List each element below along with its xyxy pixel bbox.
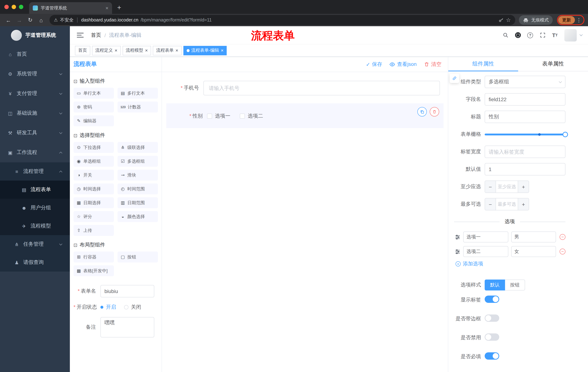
address-bar[interactable]: ⚠ 不安全 dashboard.yudao.iocoder.cn/bpm/man…: [50, 15, 515, 25]
browser-update-button[interactable]: 更新: [558, 16, 575, 24]
hamburger-icon[interactable]: [76, 31, 84, 40]
browser-menu-icon[interactable]: ⋮: [576, 17, 583, 23]
status-on-radio[interactable]: 开启: [100, 304, 116, 310]
tag-2[interactable]: 流程模型×: [122, 46, 151, 55]
plus-button[interactable]: +: [518, 181, 529, 192]
palette-chip-1-12[interactable]: ⇧上传: [74, 225, 114, 236]
palette-chip-1-2[interactable]: ◉单选框组: [74, 156, 114, 167]
palette-chip-1-6[interactable]: ◷时间选择: [74, 183, 114, 194]
grid-slider[interactable]: [485, 128, 566, 140]
tag-1[interactable]: 流程定义×: [92, 46, 121, 55]
palette-chip-1-0[interactable]: ⊙下拉选择: [74, 142, 114, 153]
back-icon[interactable]: ←: [4, 17, 13, 23]
security-label[interactable]: 不安全: [60, 17, 74, 23]
palette-chip-1-5[interactable]: ⊸滑块: [117, 170, 158, 181]
minus-button[interactable]: −: [485, 181, 496, 192]
option-value-input[interactable]: [511, 246, 556, 257]
palette-chip-1-7[interactable]: ◴时间范围: [117, 183, 158, 194]
selected-widget-gender[interactable]: 性别 选项一选项二: [166, 103, 443, 128]
phone-form-item[interactable]: 手机号: [166, 79, 443, 97]
form-remark-textarea[interactable]: [100, 317, 154, 337]
palette-chip-2-1[interactable]: ▢按钮: [117, 252, 158, 262]
tag-close-icon[interactable]: ×: [145, 48, 148, 53]
palette-chip-1-11[interactable]: ◒颜色选择: [117, 211, 158, 222]
sidebar-item-workflow[interactable]: ▣工作流程: [0, 143, 70, 162]
link-icon[interactable]: [450, 74, 459, 83]
checkbox-icon[interactable]: [240, 114, 245, 119]
drag-handle-icon[interactable]: [455, 234, 460, 240]
tag-0[interactable]: 首页: [75, 46, 90, 55]
minimize-window-button[interactable]: [12, 5, 16, 9]
clear-button[interactable]: 清空: [424, 61, 441, 67]
delete-widget-button[interactable]: [430, 107, 439, 117]
new-tab-button[interactable]: +: [117, 4, 121, 12]
default-value-input[interactable]: [485, 163, 566, 175]
tag-close-icon[interactable]: ×: [115, 48, 117, 53]
checkbox-option-0[interactable]: 选项一: [207, 113, 230, 119]
sidebar-item-home[interactable]: ⌂首页: [0, 44, 70, 64]
required-switch[interactable]: [485, 352, 499, 360]
palette-chip-0-1[interactable]: ▤多行文本: [117, 88, 158, 99]
sidebar-item-devtools[interactable]: ⚒研发工具: [0, 123, 70, 143]
sidebar-item-task-mgmt[interactable]: ⋔任务管理: [0, 235, 70, 253]
avatar[interactable]: [564, 29, 577, 41]
title-input[interactable]: [485, 111, 566, 123]
sidebar-item-process-model[interactable]: ✈流程模型: [0, 217, 70, 235]
tab-component-props[interactable]: 组件属性: [448, 57, 518, 71]
sidebar-item-process-form[interactable]: ▤流程表单: [0, 181, 70, 199]
show-label-switch[interactable]: [485, 296, 499, 303]
palette-chip-1-4[interactable]: ◑开关: [74, 170, 114, 181]
sidebar-logo[interactable]: 芋道管理系统: [0, 26, 70, 44]
fullscreen-icon[interactable]: [538, 31, 547, 40]
form-name-input[interactable]: [100, 285, 154, 298]
palette-chip-2-2[interactable]: ▩表格[开发中]: [74, 265, 114, 276]
bookmark-star-icon[interactable]: ☆: [506, 17, 511, 23]
tag-4[interactable]: 流程表单-编辑×: [183, 46, 227, 55]
help-icon[interactable]: ?: [526, 31, 535, 40]
status-off-radio[interactable]: 关闭: [124, 304, 141, 310]
option-label-input[interactable]: [463, 232, 508, 242]
sidebar-item-infra[interactable]: ◫基础设施: [0, 103, 70, 123]
github-icon[interactable]: [514, 31, 522, 40]
sidebar-item-system[interactable]: ⚙系统管理: [0, 64, 70, 84]
palette-chip-2-0[interactable]: ⊞行容器: [74, 252, 114, 262]
slider-handle[interactable]: [563, 132, 568, 137]
search-icon[interactable]: [501, 31, 510, 40]
tag-close-icon[interactable]: ×: [221, 48, 224, 53]
palette-chip-1-1[interactable]: ⋔级联选择: [117, 142, 158, 153]
add-option-button[interactable]: + 添加选项: [448, 261, 566, 267]
tag-close-icon[interactable]: ×: [175, 48, 178, 53]
sidebar-item-payment[interactable]: ¥支付管理: [0, 84, 70, 103]
style-default-button[interactable]: 默认: [485, 279, 505, 290]
palette-chip-0-0[interactable]: ▭单行文本: [74, 88, 114, 99]
palette-chip-0-4[interactable]: ✎编辑器: [74, 115, 114, 126]
palette-chip-0-3[interactable]: 123计数器: [117, 102, 158, 112]
tab-close-icon[interactable]: ×: [105, 5, 108, 11]
palette-chip-1-9[interactable]: ▥日期范围: [117, 197, 158, 208]
field-name-input[interactable]: [485, 93, 566, 106]
sidebar-item-leave-query[interactable]: ♟请假查询: [0, 253, 70, 272]
checkbox-option-1[interactable]: 选项二: [240, 113, 263, 119]
palette-chip-1-8[interactable]: ▦日期选择: [74, 197, 114, 208]
tag-3[interactable]: 流程表单×: [153, 46, 181, 55]
minus-button[interactable]: −: [485, 198, 496, 210]
style-button-button[interactable]: 按钮: [505, 279, 525, 290]
drag-handle-icon[interactable]: [455, 249, 460, 254]
close-window-button[interactable]: [4, 5, 9, 9]
browser-home-icon[interactable]: ⌂: [36, 17, 46, 23]
palette-chip-1-3[interactable]: ☑多选框组: [117, 156, 158, 167]
sidebar-item-user-group[interactable]: ☻用户分组: [0, 199, 70, 217]
password-key-icon[interactable]: [498, 17, 504, 23]
plus-button[interactable]: +: [518, 198, 529, 210]
font-size-icon[interactable]: TT: [551, 31, 559, 40]
component-type-select[interactable]: 多选框组: [485, 76, 566, 88]
breadcrumb-home[interactable]: 首页: [91, 32, 101, 38]
option-value-input[interactable]: [511, 232, 556, 242]
save-button[interactable]: ✓ 保存: [366, 61, 382, 67]
maximize-window-button[interactable]: [19, 5, 23, 9]
palette-chip-1-10[interactable]: ☆评分: [74, 211, 114, 222]
view-json-button[interactable]: 查看json: [389, 61, 417, 67]
remove-option-icon[interactable]: −: [560, 234, 566, 240]
palette-chip-0-2[interactable]: ⊛密码: [74, 102, 114, 112]
copy-widget-button[interactable]: [417, 107, 427, 117]
